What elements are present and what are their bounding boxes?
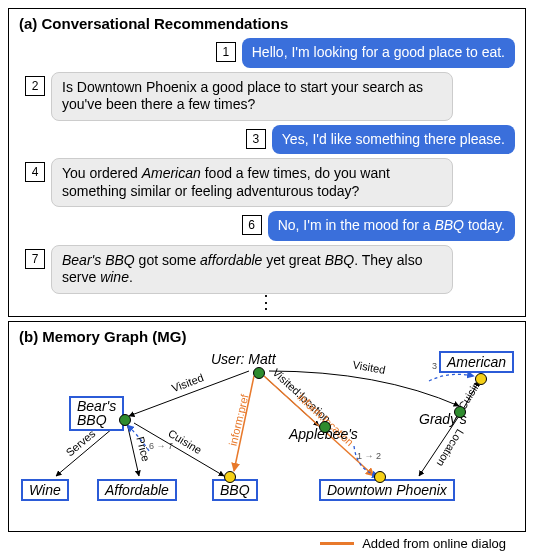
svg-text:Visited: Visited bbox=[170, 371, 205, 394]
turn-6-row: 6 No, I'm in the mood for a BBQ today. bbox=[19, 211, 515, 241]
node-bears-bbq: Bear's BBQ bbox=[69, 396, 124, 431]
italic: affordable bbox=[200, 252, 262, 268]
edge-label: Serves bbox=[63, 426, 97, 458]
italic: BBQ bbox=[434, 217, 464, 233]
svg-text:Serves: Serves bbox=[63, 426, 97, 458]
node-user: User: Matt bbox=[211, 351, 276, 367]
text: No, I'm in the mood for a bbox=[278, 217, 435, 233]
edge-label: inform:pref bbox=[227, 392, 251, 447]
node-american: American bbox=[439, 351, 514, 373]
turn-7-row: 7 Bear's BBQ got some affordable yet gre… bbox=[19, 245, 515, 294]
svg-text:Visited: Visited bbox=[352, 358, 387, 376]
system-bubble: Is Downtown Phoenix a good place to star… bbox=[51, 72, 453, 121]
turn-3-row: 3 Yes, I'd like something there please. bbox=[19, 125, 515, 155]
legend-label: Added from online dialog bbox=[362, 536, 506, 551]
user-bubble: Yes, I'd like something there please. bbox=[272, 125, 515, 155]
section-a-title: (a) Conversational Recommendations bbox=[19, 15, 515, 32]
node-affordable: Affordable bbox=[97, 479, 177, 501]
turn-number: 2 bbox=[25, 76, 45, 96]
italic: American bbox=[142, 165, 201, 181]
edge-step: 1 → 2 bbox=[357, 451, 381, 461]
edge-label: Visited bbox=[352, 358, 387, 376]
memory-graph: Visited Visited Visited:location Cuisine… bbox=[19, 351, 517, 521]
graph-dot bbox=[224, 471, 236, 483]
graph-dot bbox=[319, 421, 331, 433]
edge-step: 6 → 7 bbox=[149, 441, 173, 451]
legend: Added from online dialog bbox=[8, 536, 526, 551]
graph-dot bbox=[374, 471, 386, 483]
edge-label: Location bbox=[434, 427, 466, 469]
text: yet great bbox=[262, 252, 324, 268]
svg-text:Location: Location bbox=[434, 427, 466, 469]
node-bbq: BBQ bbox=[212, 479, 258, 501]
turn-2-row: 2 Is Downtown Phoenix a good place to st… bbox=[19, 72, 515, 121]
graph-dot bbox=[119, 414, 131, 426]
svg-text:inform:pref: inform:pref bbox=[227, 392, 251, 447]
legend-swatch-icon bbox=[320, 542, 354, 545]
turn-number: 4 bbox=[25, 162, 45, 182]
turn-number: 6 bbox=[242, 215, 262, 235]
turn-number: 3 bbox=[246, 129, 266, 149]
italic: wine bbox=[100, 269, 129, 285]
text: You ordered bbox=[62, 165, 142, 181]
panel-memory-graph: (b) Memory Graph (MG) Visited Visited bbox=[8, 321, 526, 532]
turn-number: 1 bbox=[216, 42, 236, 62]
section-b-title: (b) Memory Graph (MG) bbox=[19, 328, 515, 345]
edge-label: Visited bbox=[170, 371, 205, 394]
node-downtown: Downtown Phoenix bbox=[319, 479, 455, 501]
turn-number: 7 bbox=[25, 249, 45, 269]
graph-dot bbox=[454, 406, 466, 418]
user-bubble: No, I'm in the mood for a BBQ today. bbox=[268, 211, 515, 241]
text: today. bbox=[464, 217, 505, 233]
user-bubble: Hello, I'm looking for a good place to e… bbox=[242, 38, 515, 68]
turn-4-row: 4 You ordered American food a few times,… bbox=[19, 158, 515, 207]
panel-conversation: (a) Conversational Recommendations 1 Hel… bbox=[8, 8, 526, 317]
ellipsis-icon: ⋮ bbox=[19, 298, 515, 306]
graph-dot bbox=[253, 367, 265, 379]
turn-1-row: 1 Hello, I'm looking for a good place to… bbox=[19, 38, 515, 68]
system-bubble: You ordered American food a few times, d… bbox=[51, 158, 453, 207]
system-bubble: Bear's BBQ got some affordable yet great… bbox=[51, 245, 453, 294]
node-wine: Wine bbox=[21, 479, 69, 501]
italic: BBQ bbox=[325, 252, 355, 268]
text: got some bbox=[135, 252, 200, 268]
graph-dot bbox=[475, 373, 487, 385]
text: Bear's BBQ bbox=[77, 398, 116, 429]
text: . bbox=[129, 269, 133, 285]
italic: Bear's BBQ bbox=[62, 252, 135, 268]
